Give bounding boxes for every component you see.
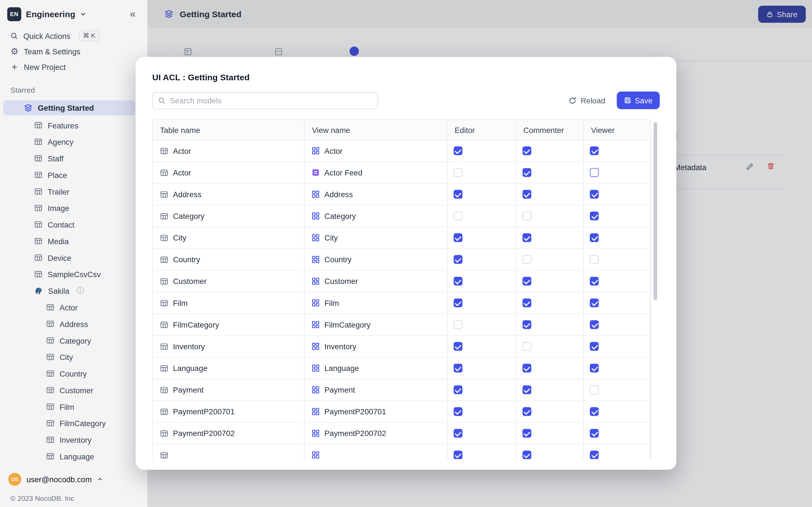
viewer-checkbox[interactable] [590, 298, 599, 307]
editor-checkbox[interactable] [454, 407, 462, 416]
commenter-checkbox[interactable] [522, 407, 531, 416]
editor-checkbox[interactable] [454, 212, 462, 220]
editor-checkbox[interactable] [454, 429, 462, 438]
acl-view-name: FilmCategory [324, 320, 370, 329]
grid-view-icon [312, 321, 320, 329]
sidebar-table-item[interactable]: Category [0, 332, 147, 349]
info-icon[interactable]: ⓘ [77, 286, 84, 295]
sidebar-table-item[interactable]: Staff [0, 150, 147, 167]
commenter-checkbox[interactable] [522, 233, 531, 242]
sidebar-table-item[interactable]: SampleCsvCsv [0, 266, 147, 283]
commenter-checkbox[interactable] [522, 190, 531, 199]
commenter-checkbox[interactable] [522, 363, 531, 372]
acl-table-name: Language [173, 363, 207, 372]
sidebar-table-item[interactable]: Trailer [0, 183, 147, 200]
editor-checkbox[interactable] [454, 277, 462, 286]
sidebar-table-label: Staff [48, 154, 63, 163]
viewer-checkbox[interactable] [590, 255, 599, 264]
commenter-checkbox[interactable] [522, 168, 531, 177]
editor-checkbox[interactable] [454, 363, 462, 372]
sidebar-table-item[interactable]: Place [0, 166, 147, 183]
viewer-checkbox[interactable] [590, 277, 599, 286]
viewer-checkbox[interactable] [590, 320, 599, 329]
acl-table-name: Category [173, 212, 204, 220]
viewer-checkbox[interactable] [590, 190, 599, 199]
sidebar-table-item[interactable]: Address [0, 316, 147, 332]
editor-checkbox[interactable] [454, 168, 462, 177]
viewer-checkbox[interactable] [590, 363, 599, 372]
acl-table-cell: Film [153, 292, 305, 314]
commenter-checkbox[interactable] [522, 212, 531, 220]
editor-checkbox[interactable] [454, 147, 462, 155]
editor-checkbox[interactable] [454, 451, 462, 459]
team-settings-item[interactable]: ⚙ Team & Settings [0, 43, 147, 59]
viewer-checkbox[interactable] [590, 233, 599, 242]
sidebar-table-item[interactable]: FilmCategory [0, 415, 147, 432]
commenter-checkbox[interactable] [522, 342, 531, 351]
commenter-checkbox[interactable] [522, 451, 531, 459]
sidebar-table-item[interactable]: Customer [0, 382, 147, 399]
viewer-checkbox[interactable] [590, 342, 599, 351]
acl-table-row: PaymentP200701 PaymentP200701 [153, 401, 651, 422]
sidebar-table-item[interactable]: Language [0, 448, 147, 465]
commenter-checkbox[interactable] [522, 255, 531, 264]
sidebar-table-item[interactable]: Features [0, 117, 147, 133]
viewer-checkbox[interactable] [590, 429, 599, 438]
acl-view-name: Actor [324, 147, 342, 155]
sidebar-table-item[interactable]: Actor [0, 299, 147, 316]
table-icon [46, 336, 54, 344]
viewer-checkbox[interactable] [590, 212, 599, 220]
table-icon [46, 320, 54, 328]
sidebar-table-item[interactable]: Inventory [0, 432, 147, 448]
postgres-icon [34, 286, 43, 295]
sidebar-table-item[interactable]: Device [0, 249, 147, 266]
save-button[interactable]: Save [617, 92, 660, 109]
user-menu[interactable]: US user@nocodb.com [0, 469, 147, 489]
commenter-checkbox[interactable] [522, 277, 531, 286]
scrollbar-thumb[interactable] [654, 122, 657, 300]
quick-actions-item[interactable]: Quick Actions ⌘ K [0, 28, 147, 43]
editor-checkbox[interactable] [454, 385, 462, 394]
editor-checkbox[interactable] [454, 298, 462, 307]
sidebar-table-item[interactable]: Film [0, 398, 147, 415]
sidebar-table-item[interactable]: Contact [0, 216, 147, 233]
editor-checkbox[interactable] [454, 255, 462, 264]
viewer-checkbox[interactable] [590, 385, 599, 394]
sidebar-table-item[interactable]: Country [0, 365, 147, 382]
table-icon [46, 436, 54, 444]
reload-button[interactable]: Reload [569, 96, 605, 105]
avatar: US [8, 473, 21, 486]
database-icon [24, 103, 33, 112]
acl-table-row: City City [153, 227, 651, 249]
editor-checkbox[interactable] [454, 342, 462, 351]
sidebar-table-label: Category [59, 336, 91, 345]
table-icon [34, 187, 42, 195]
new-project-item[interactable]: + New Project [0, 59, 147, 74]
sidebar-source-sakila[interactable]: Sakila ⓘ [0, 283, 147, 299]
commenter-checkbox[interactable] [522, 429, 531, 438]
workspace-switcher[interactable]: EN Engineering « [0, 0, 147, 28]
acl-table-name: Inventory [173, 342, 205, 351]
sidebar-table-item[interactable]: City [0, 349, 147, 365]
commenter-checkbox[interactable] [522, 385, 531, 394]
viewer-checkbox[interactable] [590, 451, 599, 459]
commenter-checkbox[interactable] [522, 147, 531, 155]
commenter-checkbox[interactable] [522, 320, 531, 329]
editor-checkbox[interactable] [454, 233, 462, 242]
viewer-checkbox[interactable] [590, 168, 599, 177]
commenter-checkbox[interactable] [522, 298, 531, 307]
viewer-checkbox[interactable] [590, 407, 599, 416]
editor-checkbox[interactable] [454, 190, 462, 199]
sidebar-table-item[interactable]: Media [0, 233, 147, 249]
sidebar-project-getting-started[interactable]: Getting Started [3, 100, 135, 115]
search-input[interactable] [170, 96, 372, 105]
sidebar-table-label: Device [48, 253, 71, 262]
editor-checkbox[interactable] [454, 320, 462, 329]
acl-view-cell: Category [305, 205, 448, 226]
acl-view-cell: Address [305, 184, 448, 205]
sidebar-table-item[interactable]: Image [0, 200, 147, 216]
sidebar-table-item[interactable]: Agency [0, 133, 147, 150]
sidebar-collapse-icon[interactable]: « [130, 9, 140, 19]
grid-view-icon [312, 342, 320, 350]
viewer-checkbox[interactable] [590, 147, 599, 155]
